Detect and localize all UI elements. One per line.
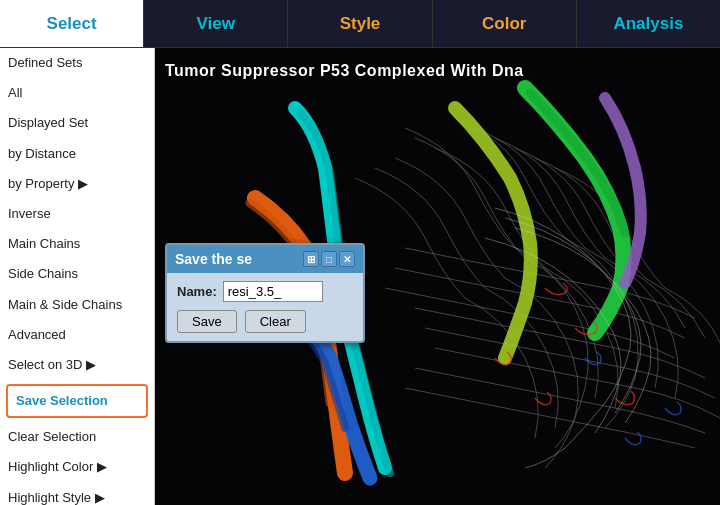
sidebar: Defined Sets All Displayed Set by Distan… <box>0 48 155 505</box>
sidebar-item-displayed-set[interactable]: Displayed Set <box>0 108 154 138</box>
sidebar-item-select-on-3d[interactable]: Select on 3D ▶ <box>0 350 154 380</box>
sidebar-item-main-side-chains[interactable]: Main & Side Chains <box>0 290 154 320</box>
tab-style[interactable]: Style <box>288 0 432 47</box>
tab-analysis[interactable]: Analysis <box>577 0 720 47</box>
dialog-title: Save the se <box>175 251 252 267</box>
dialog-body: Name: Save Clear <box>167 273 363 341</box>
dialog-icon-close[interactable]: ✕ <box>339 251 355 267</box>
name-input[interactable] <box>223 281 323 302</box>
sidebar-item-side-chains[interactable]: Side Chains <box>0 259 154 289</box>
dialog-buttons: Save Clear <box>177 310 353 333</box>
sidebar-item-inverse[interactable]: Inverse <box>0 199 154 229</box>
dialog-icon-restore[interactable]: □ <box>321 251 337 267</box>
main-content: Defined Sets All Displayed Set by Distan… <box>0 48 720 505</box>
sidebar-item-advanced[interactable]: Advanced <box>0 320 154 350</box>
name-label: Name: <box>177 284 217 299</box>
tab-view[interactable]: View <box>144 0 288 47</box>
dialog-icon-group: ⊞ □ ✕ <box>303 251 355 267</box>
sidebar-item-clear-selection[interactable]: Clear Selection <box>0 422 154 452</box>
sidebar-item-save-selection[interactable]: Save Selection <box>6 384 148 418</box>
sidebar-item-by-property[interactable]: by Property ▶ <box>0 169 154 199</box>
sidebar-item-defined-sets[interactable]: Defined Sets <box>0 48 154 78</box>
tab-color[interactable]: Color <box>433 0 577 47</box>
protein-title: Tumor Suppressor P53 Complexed With Dna <box>165 62 524 80</box>
save-selection-dialog: Save the se ⊞ □ ✕ Name: Save Clear <box>165 243 365 343</box>
save-button[interactable]: Save <box>177 310 237 333</box>
sidebar-item-highlight-style[interactable]: Highlight Style ▶ <box>0 483 154 505</box>
sidebar-item-main-chains[interactable]: Main Chains <box>0 229 154 259</box>
sidebar-item-all[interactable]: All <box>0 78 154 108</box>
sidebar-item-highlight-color[interactable]: Highlight Color ▶ <box>0 452 154 482</box>
clear-button[interactable]: Clear <box>245 310 306 333</box>
tab-select[interactable]: Select <box>0 0 144 47</box>
3d-viewport[interactable]: Tumor Suppressor P53 Complexed With Dna … <box>155 48 720 505</box>
dialog-icon-grid[interactable]: ⊞ <box>303 251 319 267</box>
name-row: Name: <box>177 281 353 302</box>
sidebar-item-by-distance[interactable]: by Distance <box>0 139 154 169</box>
top-navigation: Select View Style Color Analysis <box>0 0 720 48</box>
dialog-header: Save the se ⊞ □ ✕ <box>167 245 363 273</box>
